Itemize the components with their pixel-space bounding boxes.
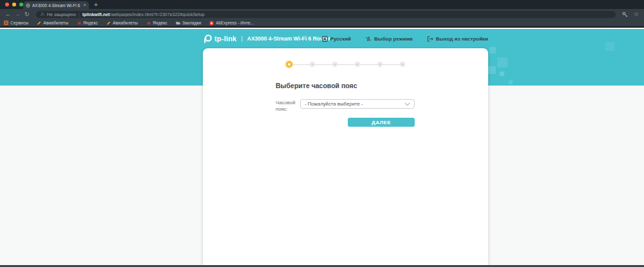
bookmark-star-icon[interactable]: ☆ bbox=[634, 11, 639, 17]
bookmark-avia-2[interactable]: Авиабилеты bbox=[106, 21, 138, 25]
back-icon[interactable]: ← bbox=[5, 11, 11, 17]
language-label: Русский bbox=[330, 36, 351, 42]
password-key-icon[interactable] bbox=[622, 12, 628, 17]
step-connector bbox=[292, 64, 310, 65]
zoom-window-button[interactable] bbox=[19, 3, 23, 6]
folder-icon bbox=[176, 21, 180, 25]
step-connector bbox=[360, 64, 377, 65]
browser-chrome: AX3000 4-Stream Wi-Fi 6 Rou × + ← → ↻ ⚠ … bbox=[0, 0, 644, 28]
bookmark-avia-1[interactable]: Авиабилеты bbox=[37, 21, 68, 25]
bookmark-aliexpress[interactable]: AliExpress - Инте... bbox=[209, 21, 254, 25]
step-2 bbox=[310, 62, 315, 67]
step-3 bbox=[332, 62, 337, 67]
router-setup-page: tp-link | AX3000 4-Stream Wi-Fi 6 Router… bbox=[0, 28, 644, 265]
timezone-select[interactable]: - Пожалуйста выберите - bbox=[300, 99, 415, 109]
yandex-icon: Я bbox=[77, 21, 81, 25]
bookmarks-bar: Сервисы Авиабилеты Я Яндекс Авиабилеты Я… bbox=[0, 19, 644, 28]
exit-icon bbox=[427, 36, 433, 42]
next-button[interactable]: ДАЛЕЕ bbox=[348, 118, 415, 127]
bookmark-yandex-1[interactable]: Я Яндекс bbox=[77, 21, 98, 25]
tab-title: AX3000 4-Stream Wi-Fi 6 Rou bbox=[32, 3, 81, 8]
exit-setup-label: Выход из настройки bbox=[436, 36, 488, 42]
tab-strip: AX3000 4-Stream Wi-Fi 6 Rou × + bbox=[0, 0, 644, 9]
mode-select-label: Выбор режима bbox=[374, 36, 413, 42]
exit-setup-link[interactable]: Выход из настройки bbox=[427, 36, 488, 42]
browser-tab[interactable]: AX3000 4-Stream Wi-Fi 6 Rou × bbox=[23, 1, 89, 9]
header-separator: | bbox=[241, 35, 242, 42]
timezone-select-value: - Пожалуйста выберите - bbox=[305, 101, 404, 107]
step-connector bbox=[337, 64, 355, 65]
router-model-title: AX3000 4-Stream Wi-Fi 6 Router bbox=[247, 35, 330, 42]
decorative-square bbox=[488, 66, 496, 74]
browser-toolbar: ← → ↻ ⚠ Не защищено | tplinkwifi.net/web… bbox=[0, 9, 644, 19]
not-secure-warning-icon[interactable]: ⚠ bbox=[41, 12, 44, 17]
tp-link-logo: tp-link bbox=[203, 34, 236, 44]
address-bar[interactable]: ⚠ Не защищено | tplinkwifi.net/webpages/… bbox=[36, 11, 616, 18]
reload-icon[interactable]: ↻ bbox=[24, 11, 30, 17]
wizard-body: Выберите часовой пояс Часовой пояс: - По… bbox=[276, 82, 415, 112]
globe-favicon-icon bbox=[26, 3, 30, 8]
tp-link-logo-icon bbox=[203, 34, 213, 44]
language-icon: A bbox=[322, 36, 328, 42]
omnibox-separator: | bbox=[79, 12, 80, 17]
toolbar-right: ☆ bbox=[622, 11, 639, 17]
pencil-icon bbox=[37, 21, 41, 25]
forward-icon[interactable]: → bbox=[15, 11, 21, 17]
decorative-square bbox=[605, 42, 614, 51]
timezone-form-row: Часовой пояс: - Пожалуйста выберите - bbox=[276, 99, 415, 112]
bookmark-yandex-2[interactable]: Я Яндекс bbox=[146, 21, 167, 25]
url-path: /webpages/index.html?t=2307e322#quickSet… bbox=[109, 12, 204, 17]
decorative-square bbox=[497, 57, 507, 68]
apps-grid-icon bbox=[4, 21, 8, 25]
yandex-icon: Я bbox=[146, 21, 151, 25]
step-1-active bbox=[286, 61, 292, 68]
timezone-field-label: Часовой пояс: bbox=[276, 99, 300, 112]
step-connector bbox=[383, 64, 400, 65]
mode-select-link[interactable]: Выбор режима bbox=[365, 36, 413, 42]
pencil-icon bbox=[106, 21, 111, 25]
language-selector[interactable]: A Русский bbox=[322, 36, 351, 42]
decorative-square bbox=[489, 47, 496, 53]
minimize-window-button[interactable] bbox=[12, 3, 16, 6]
decorative-square bbox=[500, 71, 504, 76]
page-url[interactable]: tplinkwifi.net/webpages/index.html?t=230… bbox=[82, 12, 205, 17]
step-4 bbox=[355, 62, 360, 67]
window-controls bbox=[5, 3, 23, 6]
mode-switch-icon bbox=[365, 36, 372, 42]
new-tab-button[interactable]: + bbox=[94, 1, 98, 9]
decorative-square bbox=[509, 80, 513, 84]
brand-name: tp-link bbox=[214, 35, 236, 42]
step-5 bbox=[377, 62, 383, 67]
bookmark-services[interactable]: Сервисы bbox=[4, 21, 28, 25]
aliexpress-icon bbox=[209, 21, 214, 25]
setup-stepper bbox=[203, 61, 488, 68]
step-connector bbox=[315, 64, 332, 65]
quick-setup-card: Выберите часовой пояс Часовой пояс: - По… bbox=[203, 48, 488, 265]
close-window-button[interactable] bbox=[5, 3, 9, 6]
step-6 bbox=[400, 62, 405, 67]
page-title: Выберите часовой пояс bbox=[276, 82, 415, 89]
security-label[interactable]: Не защищено bbox=[47, 12, 76, 17]
url-domain: tplinkwifi.net bbox=[82, 12, 110, 17]
bookmark-folder[interactable]: Закладки bbox=[176, 21, 201, 25]
header-links: A Русский Выбор режима Выход из настройк… bbox=[322, 29, 488, 48]
chevron-down-icon bbox=[404, 102, 410, 106]
tab-close-icon[interactable]: × bbox=[83, 3, 86, 8]
